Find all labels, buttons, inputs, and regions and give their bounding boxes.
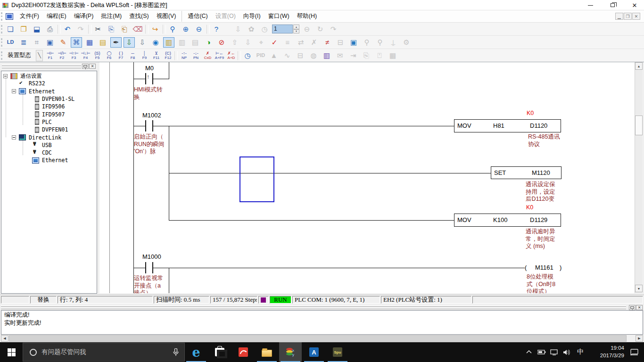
- toolbar1-save[interactable]: ⬓: [31, 24, 42, 34]
- toolbar3-module-tool-icon[interactable]: ▥: [321, 50, 332, 61]
- toolbar2-ladder-mode-icon[interactable]: LD: [5, 37, 16, 48]
- toolbar3-mail-tool-icon[interactable]: ✉: [334, 50, 346, 61]
- toolbar3-list-block-icon[interactable]: ⍞: [374, 50, 385, 61]
- toolbar2-find-m-icon[interactable]: ⚲: [361, 37, 372, 48]
- horizontal-scroll-thumb[interactable]: [9, 335, 627, 342]
- menu-search[interactable]: 查找(S): [125, 11, 153, 22]
- toolbar1-sep1[interactable]: [58, 25, 61, 34]
- rung2-contact-bar-left[interactable]: [145, 120, 146, 132]
- scroll-down-icon[interactable]: ▼: [635, 285, 643, 292]
- menu-wizard[interactable]: 向导(I): [239, 11, 264, 22]
- toolbar2-stop-icon[interactable]: ⊘: [216, 37, 227, 48]
- output-pin-button[interactable]: [629, 305, 636, 310]
- tree-expand-directlink[interactable]: [12, 135, 16, 140]
- fkey-counter-c-button[interactable]: (C) F12: [163, 50, 173, 61]
- menu-communication[interactable]: 通信(C): [182, 11, 211, 22]
- menu-program[interactable]: 编程(E): [43, 11, 70, 22]
- toolbar2-comment-edit-icon[interactable]: ▤: [97, 37, 108, 48]
- toolbar1-undo[interactable]: ↶: [62, 24, 73, 34]
- toolbar2-ladder-alt-icon[interactable]: ▥: [176, 37, 188, 48]
- output-horizontal-scrollbar[interactable]: ◀ ▶: [1, 335, 643, 342]
- toolbar2-edit-mode-icon[interactable]: ✎: [58, 37, 69, 48]
- toolbar1-find[interactable]: ⚲: [167, 24, 178, 34]
- toolbar3-grid-block-icon[interactable]: ▦: [387, 50, 398, 61]
- taskbar-adobe-reader[interactable]: A: [303, 342, 325, 362]
- toolbar1-zoom-in[interactable]: ⊕: [180, 24, 191, 34]
- toolbar1-zoom-out[interactable]: ⊖: [193, 24, 205, 34]
- toolbar2-run-icon[interactable]: ◑: [203, 37, 214, 48]
- toolbar2-compare-x-icon[interactable]: ✗: [308, 37, 320, 48]
- fkey-contact-no-button[interactable]: ⊣⊢ F1: [45, 50, 56, 61]
- ladder-diagram-canvas[interactable]: M0 ↑ HMI模式转 换 M1002 启始正向（ RUN的瞬间 'On'）脉 …: [99, 62, 635, 293]
- restore-button[interactable]: [603, 0, 622, 10]
- taskbar-clip-app[interactable]: [232, 342, 255, 362]
- action-center-icon[interactable]: [626, 342, 642, 362]
- fkey-app-instruction-button[interactable]: ( ) F7: [116, 50, 126, 61]
- tree-item-ifd9506[interactable]: IFD9506: [1, 103, 97, 110]
- tree-item-ethernet2[interactable]: Ethernet: [1, 156, 97, 164]
- toolbar2-grip[interactable]: [1, 38, 3, 47]
- spinner-down-icon[interactable]: ▼: [293, 29, 299, 34]
- menu-compile[interactable]: 编译(P): [70, 11, 98, 22]
- taskbar-spu[interactable]: Spu: [326, 342, 349, 362]
- minimize-button[interactable]: [581, 0, 600, 10]
- tree-item-directlink[interactable]: DirectLink: [1, 133, 97, 141]
- toolbar1-new[interactable]: ❏: [5, 24, 16, 34]
- tree-item-dvpen01-sl[interactable]: DVPEN01-SL: [1, 95, 97, 103]
- toolbar1-redo2[interactable]: ↷: [328, 24, 339, 34]
- toolbar1-copy[interactable]: ⎘: [106, 24, 117, 34]
- panel-pin-button[interactable]: [82, 64, 89, 69]
- cortana-search-input[interactable]: 有问题尽管问我: [23, 343, 185, 362]
- start-button[interactable]: [0, 342, 23, 362]
- tree-item-plc[interactable]: PLC: [1, 118, 97, 126]
- toolbar3-coin-tool-icon[interactable]: ◍: [308, 50, 319, 61]
- line-tool-button[interactable]: ╲: [36, 50, 43, 61]
- taskbar-wplsoft-active[interactable]: x y: [279, 342, 302, 362]
- menu-comment[interactable]: 批注(M): [97, 11, 125, 22]
- rung1-contact-bar-left[interactable]: [145, 73, 146, 84]
- toolbar2-network-tree-icon[interactable]: ⍊: [388, 37, 399, 48]
- fkey-set-coil-button[interactable]: (S) F5: [92, 50, 103, 61]
- toolbar2-device-monitor-icon[interactable]: ◉: [150, 37, 161, 48]
- tray-battery-icon[interactable]: [536, 342, 548, 362]
- toolbar3-app-wizard-icon[interactable]: ▲: [268, 50, 280, 61]
- toolbar3-pid-tool-icon[interactable]: PID: [255, 50, 266, 61]
- editkey-insert-row-button[interactable]: ⊢← A+F9: [214, 50, 225, 61]
- toolbar1-remove[interactable]: ⊖: [301, 24, 313, 34]
- toolbar2-instruction-mode-icon[interactable]: ≣: [18, 37, 29, 48]
- tree-item-comm-settings[interactable]: 通信设置: [1, 72, 97, 80]
- menu-options[interactable]: 设置(O): [212, 11, 239, 22]
- editkey-delete-row-button[interactable]: ✗← A+D: [226, 50, 237, 61]
- toolbar1-stamp[interactable]: ✿: [246, 24, 257, 34]
- toolbar2-code-check-icon[interactable]: ✓: [269, 37, 280, 48]
- toolbar2-sfc-mode-icon[interactable]: ⌗: [31, 37, 42, 48]
- toolbar1-timer[interactable]: ◷: [259, 24, 270, 34]
- panel-grip[interactable]: [2, 65, 81, 66]
- coil-label[interactable]: M1161: [535, 264, 553, 271]
- tray-ime-indicator[interactable]: 中: [574, 342, 586, 362]
- panel-close-button[interactable]: ✕: [89, 64, 96, 69]
- toolbar2-plc-to-pc-icon[interactable]: ⇩: [242, 37, 254, 48]
- output-grip2[interactable]: [1, 308, 626, 309]
- tray-network-icon[interactable]: [548, 342, 560, 362]
- toolbar1-sep3[interactable]: [145, 25, 149, 34]
- output-grip[interactable]: [1, 305, 626, 307]
- taskbar-edge[interactable]: e: [185, 342, 207, 362]
- toolbar2-code-view-icon[interactable]: ≡: [282, 37, 293, 48]
- editkey-delete-vline-button[interactable]: ✗ CxD: [202, 50, 213, 61]
- toolbar1-sep5[interactable]: [206, 25, 210, 34]
- mov2-instruction-box[interactable]: MOV K100 D1129: [454, 214, 561, 227]
- microphone-icon[interactable]: [173, 348, 179, 356]
- toolbar2-find-ip-icon[interactable]: ⚲: [374, 37, 386, 48]
- tree-item-ifd9507[interactable]: IFD9507: [1, 110, 97, 118]
- toolbar1-grip[interactable]: [1, 25, 3, 33]
- toolbar2-document-icon[interactable]: ▤: [190, 37, 201, 48]
- toolbar1-paste[interactable]: ⎗: [119, 24, 130, 34]
- toolbar3-curve-tool-icon[interactable]: ∿: [281, 50, 293, 61]
- toolbar3-device-zero-icon[interactable]: ⎘: [361, 50, 372, 61]
- toolbar1-sep4[interactable]: [163, 25, 166, 34]
- toolbar1-erase[interactable]: ⌫: [132, 24, 143, 34]
- toolbar1-help[interactable]: ?: [211, 24, 222, 34]
- toolbar2-image-view-icon[interactable]: ▣: [348, 37, 359, 48]
- close-button[interactable]: ✕: [625, 0, 644, 10]
